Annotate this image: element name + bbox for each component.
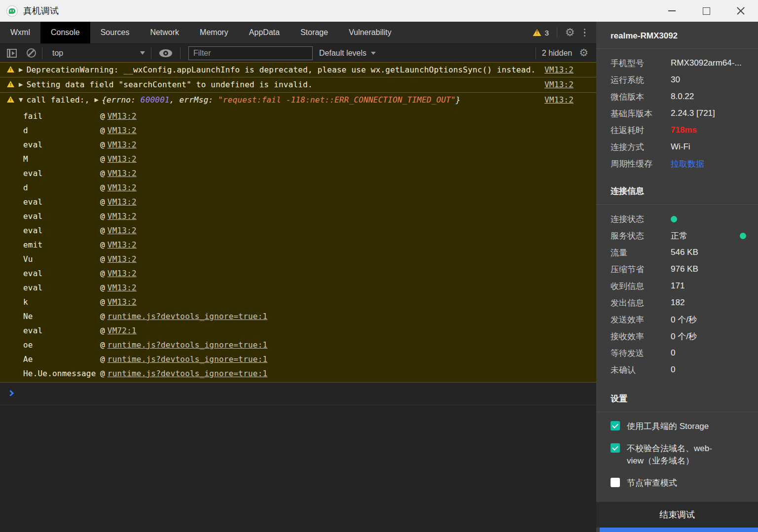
stack-source-link[interactable]: VM13:2 <box>108 169 137 178</box>
prompt-chevron-icon <box>7 390 14 396</box>
stack-frame: M@VM13:2 <box>0 152 596 166</box>
expand-arrow-icon[interactable]: ▶ <box>19 81 23 88</box>
stack-frame: d@VM13:2 <box>0 123 596 138</box>
minimize-button[interactable] <box>654 0 689 22</box>
warning-count-badge[interactable]: 3 <box>533 29 548 37</box>
warning-icon <box>533 29 541 36</box>
source-link[interactable]: VM13:2 <box>544 80 574 89</box>
tab-label: Network <box>150 28 179 37</box>
console-prompt[interactable] <box>0 383 596 405</box>
console-warning-row: ▶Setting data field "searchContent" to u… <box>0 77 596 93</box>
row-label: 流量 <box>611 247 671 258</box>
stack-source-link[interactable]: runtime.js?devtools_ignore=true:1 <box>108 312 267 321</box>
stack-fn-name: emit <box>23 240 100 249</box>
console-warning-row: ▶DeprecationWarning: __wxConfig.appLaunc… <box>0 62 596 77</box>
stack-fn-name: M <box>23 154 100 164</box>
row-value: 0 个/秒 <box>671 331 697 342</box>
at-symbol: @ <box>100 340 105 350</box>
at-symbol: @ <box>100 312 105 321</box>
connection-section-header: 连接信息 <box>596 172 758 204</box>
stack-source-link[interactable]: VM13:2 <box>108 254 137 264</box>
stack-source-link[interactable]: VM13:2 <box>108 283 137 292</box>
source-link[interactable]: VM13:2 <box>544 95 574 105</box>
at-symbol: @ <box>100 140 105 149</box>
sidebar-row: 发出信息182 <box>596 294 758 311</box>
tab-vulnerability[interactable]: Vulnerability <box>338 22 402 43</box>
checkbox[interactable] <box>611 443 620 453</box>
object-expand-arrow-icon[interactable]: ▶ <box>95 97 99 103</box>
stack-source-link[interactable]: VM13:2 <box>108 140 137 149</box>
obj-close: } <box>456 95 461 105</box>
more-menu-icon[interactable] <box>584 29 586 37</box>
tab-wxml[interactable]: Wxml <box>0 22 40 43</box>
maximize-button[interactable] <box>689 0 723 22</box>
end-debug-button[interactable]: 结束调试 <box>596 502 758 528</box>
stack-source-link[interactable]: runtime.js?devtools_ignore=true:1 <box>108 369 267 378</box>
console-settings-gear-icon[interactable]: ⚙ <box>579 48 588 58</box>
tab-sources[interactable]: Sources <box>90 22 140 43</box>
close-button[interactable] <box>723 0 758 22</box>
stack-source-link[interactable]: VM13:2 <box>108 197 137 207</box>
error-label: call failed:, <box>27 95 90 105</box>
stack-frame: eval@VM13:2 <box>0 209 596 223</box>
tab-console[interactable]: Console <box>40 22 90 43</box>
row-value: 8.0.22 <box>671 92 694 102</box>
titlebar: 真机调试 <box>0 0 758 22</box>
context-selector[interactable]: top <box>48 49 145 58</box>
tab-label: AppData <box>249 28 280 37</box>
stack-source-link[interactable]: VM13:2 <box>108 126 137 135</box>
warning-icon <box>7 81 14 87</box>
stack-fn-name: eval <box>23 212 100 221</box>
filter-input[interactable]: Filter <box>188 46 313 60</box>
sidebar-row: 微信版本8.0.22 <box>596 88 758 105</box>
console-sidebar-toggle-icon[interactable] <box>7 49 17 58</box>
stack-source-link[interactable]: runtime.js?devtools_ignore=true:1 <box>108 340 267 350</box>
stack-source-link[interactable]: VM72:1 <box>108 326 137 335</box>
stack-frame: eval@VM13:2 <box>0 138 596 152</box>
log-levels-dropdown[interactable]: Default levels <box>319 49 376 58</box>
stack-source-link[interactable]: VM13:2 <box>108 297 137 307</box>
clear-console-icon[interactable] <box>27 48 36 58</box>
source-link-wrap: VM13:2 <box>544 80 596 89</box>
device-panel: realme-RMX3092 手机型号RMX3092arm64-...运行系统3… <box>596 22 758 532</box>
row-label: 微信版本 <box>611 91 671 103</box>
tab-label: Wxml <box>10 28 30 37</box>
tab-storage[interactable]: Storage <box>290 22 338 43</box>
settings-gear-icon[interactable]: ⚙ <box>565 27 575 38</box>
tab-label: Console <box>51 28 80 37</box>
checkbox[interactable] <box>611 421 620 430</box>
stack-frame: eval@VM13:2 <box>0 195 596 209</box>
errmsg-value: "request:fail -118:net::ERR_CONNECTION_T… <box>218 95 456 105</box>
at-symbol: @ <box>100 212 105 221</box>
sidebar-row: 运行系统30 <box>596 71 758 88</box>
expand-arrow-icon[interactable]: ▶ <box>19 67 23 73</box>
tab-appdata[interactable]: AppData <box>239 22 290 43</box>
stack-source-link[interactable]: VM13:2 <box>108 154 137 164</box>
at-symbol: @ <box>100 226 105 235</box>
stack-source-link[interactable]: VM13:2 <box>108 226 137 235</box>
row-value[interactable]: 拉取数据 <box>671 158 704 170</box>
checkbox[interactable] <box>611 478 620 487</box>
at-symbol: @ <box>100 297 105 307</box>
tab-network[interactable]: Network <box>140 22 189 43</box>
row-value: 546 KB <box>671 248 698 257</box>
live-expression-eye-icon[interactable] <box>159 49 172 57</box>
stack-source-link[interactable]: runtime.js?devtools_ignore=true:1 <box>108 355 267 364</box>
stack-frame: He.Ue.onmessage@runtime.js?devtools_igno… <box>0 366 596 381</box>
divider <box>557 27 557 38</box>
row-value: 0 <box>671 365 675 375</box>
row-value: 0 <box>671 348 675 358</box>
stack-source-link[interactable]: VM13:2 <box>108 183 137 192</box>
row-value: 976 KB <box>671 264 698 274</box>
stack-frame: eval@VM72:1 <box>0 323 596 338</box>
row-label: 服务状态 <box>611 230 671 242</box>
source-link[interactable]: VM13:2 <box>544 65 574 74</box>
stack-source-link[interactable]: VM13:2 <box>108 111 137 121</box>
stack-source-link[interactable]: VM13:2 <box>108 212 137 221</box>
stack-source-link[interactable]: VM13:2 <box>108 269 137 278</box>
wechat-devtools-icon <box>6 5 18 17</box>
tab-memory[interactable]: Memory <box>189 22 239 43</box>
row-label: 运行系统 <box>611 74 671 86</box>
stack-source-link[interactable]: VM13:2 <box>108 240 137 249</box>
collapse-arrow-icon[interactable]: ▼ <box>19 97 23 103</box>
